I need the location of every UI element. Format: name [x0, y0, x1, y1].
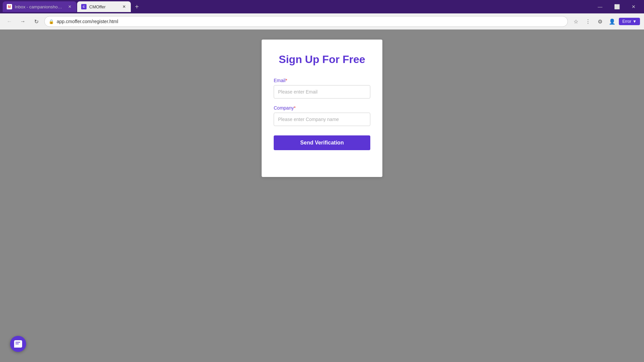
- lock-icon: 🔒: [49, 19, 54, 24]
- email-input[interactable]: [274, 85, 370, 99]
- gmail-favicon-icon: M: [7, 4, 12, 9]
- maximize-button[interactable]: ⬜: [609, 0, 625, 13]
- browser-chrome: M Inbox - campanionshop@gmail.... ✕ C CM…: [0, 0, 644, 29]
- company-form-group: Company*: [274, 105, 370, 126]
- company-label: Company*: [274, 105, 370, 111]
- company-input[interactable]: [274, 113, 370, 126]
- error-badge[interactable]: Error ▼: [619, 18, 640, 25]
- tab-cmoffer-label: CMOffer: [89, 4, 119, 9]
- minimize-button[interactable]: —: [592, 0, 608, 13]
- register-card: Sign Up For Free Email* Company* Send Ve…: [262, 40, 382, 177]
- tab-gmail-close-icon[interactable]: ✕: [67, 4, 72, 9]
- window-controls: — ⬜ ✕: [592, 0, 641, 13]
- cmoffer-favicon-icon: C: [81, 4, 87, 9]
- profile-button[interactable]: 👤: [607, 16, 618, 27]
- extensions-button[interactable]: ⚙: [595, 16, 605, 27]
- tab-gmail-label: Inbox - campanionshop@gmail....: [15, 4, 64, 9]
- reload-button[interactable]: ↻: [31, 16, 42, 27]
- toolbar-actions: ☆ ⋮ ⚙ 👤 Error ▼: [571, 16, 640, 27]
- tab-bar: M Inbox - campanionshop@gmail.... ✕ C CM…: [0, 0, 644, 13]
- bookmark-page-button[interactable]: ☆: [571, 16, 581, 27]
- chat-widget-button[interactable]: [10, 336, 26, 352]
- email-required-indicator: *: [285, 78, 287, 83]
- address-text: app.cmoffer.com/register.html: [57, 19, 564, 24]
- address-bar-row: ← → ↻ 🔒 app.cmoffer.com/register.html ☆ …: [0, 13, 644, 29]
- chat-icon: [14, 340, 22, 348]
- back-button[interactable]: ←: [4, 16, 15, 27]
- tab-gmail[interactable]: M Inbox - campanionshop@gmail.... ✕: [3, 1, 76, 12]
- forward-button[interactable]: →: [17, 16, 28, 27]
- new-tab-button[interactable]: +: [131, 1, 142, 12]
- email-label: Email*: [274, 78, 370, 83]
- page-content: Sign Up For Free Email* Company* Send Ve…: [0, 29, 644, 362]
- send-verification-button[interactable]: Send Verification: [274, 135, 370, 150]
- close-button[interactable]: ✕: [626, 0, 641, 13]
- browser-menu-button[interactable]: ⋮: [583, 16, 593, 27]
- tab-cmoffer-close-icon[interactable]: ✕: [121, 4, 127, 9]
- email-form-group: Email*: [274, 78, 370, 99]
- error-badge-chevron-icon: ▼: [633, 19, 637, 24]
- page-title: Sign Up For Free: [274, 53, 370, 66]
- tab-cmoffer[interactable]: C CMOffer ✕: [77, 1, 131, 12]
- error-badge-label: Error: [622, 19, 631, 24]
- company-required-indicator: *: [294, 105, 296, 111]
- address-bar[interactable]: 🔒 app.cmoffer.com/register.html: [44, 16, 568, 27]
